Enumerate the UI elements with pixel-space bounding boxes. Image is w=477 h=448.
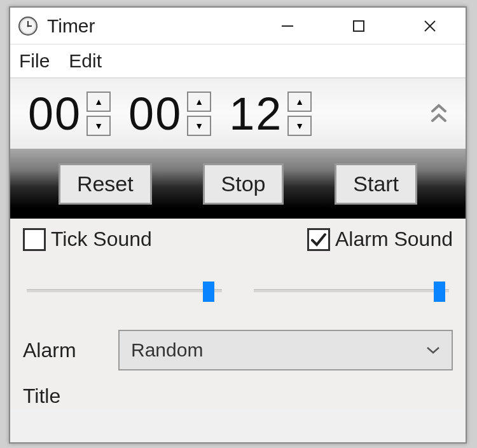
seconds-down-button[interactable]: ▼	[287, 116, 312, 136]
alarm-dropdown[interactable]: Random	[118, 330, 453, 370]
menu-file[interactable]: File	[19, 50, 50, 72]
hours-up-button[interactable]: ▲	[86, 92, 111, 112]
clock-icon	[18, 16, 38, 36]
seconds-up-button[interactable]: ▲	[287, 92, 312, 112]
timer-window: Timer File Edit 00 ▲ ▼ 00 ▲ ▼	[9, 6, 467, 444]
alarm-sound-label: Alarm Sound	[335, 227, 453, 251]
options-panel: Tick Sound Alarm Sound Alarm Random	[10, 219, 466, 408]
tick-volume-slider[interactable]	[27, 282, 222, 301]
hours-down-button[interactable]: ▼	[86, 116, 111, 136]
slider-track	[27, 289, 222, 292]
slider-track	[254, 289, 449, 292]
app-title: Timer	[47, 15, 95, 37]
slider-thumb[interactable]	[434, 282, 445, 302]
hours-spinner: 00 ▲ ▼	[28, 88, 111, 140]
menubar: File Edit	[10, 44, 466, 78]
title-label: Title	[23, 384, 118, 408]
maximize-button[interactable]	[323, 8, 394, 44]
minutes-spinner: 00 ▲ ▼	[128, 88, 211, 140]
tick-sound-label: Tick Sound	[51, 227, 152, 251]
alarm-sound-checkbox[interactable]	[307, 228, 330, 251]
minimize-button[interactable]	[252, 8, 323, 44]
alarm-selected: Random	[131, 339, 203, 361]
titlebar: Timer	[10, 8, 466, 44]
hours-value: 00	[28, 88, 81, 140]
collapse-button[interactable]	[426, 95, 452, 133]
close-button[interactable]	[394, 8, 466, 44]
alarm-field-row: Alarm Random	[23, 330, 453, 370]
sound-check-row: Tick Sound Alarm Sound	[23, 227, 453, 251]
title-field-row: Title	[23, 384, 453, 408]
minutes-up-button[interactable]: ▲	[187, 92, 211, 112]
start-button[interactable]: Start	[335, 163, 417, 205]
svg-point-4	[27, 25, 29, 27]
tick-sound-checkbox[interactable]	[23, 228, 46, 251]
chevron-down-icon	[426, 342, 440, 358]
alarm-label: Alarm	[23, 339, 118, 362]
action-row: Reset Stop Start	[10, 149, 466, 219]
minutes-down-button[interactable]: ▼	[187, 116, 211, 136]
alarm-volume-slider[interactable]	[254, 282, 449, 301]
seconds-spinner: 12 ▲ ▼	[229, 88, 312, 140]
time-row: 00 ▲ ▼ 00 ▲ ▼ 12 ▲ ▼	[10, 78, 466, 149]
minutes-value: 00	[128, 88, 182, 140]
reset-button[interactable]: Reset	[59, 163, 152, 205]
seconds-value: 12	[229, 88, 282, 140]
stop-button[interactable]: Stop	[203, 163, 284, 205]
svg-rect-6	[354, 21, 364, 31]
slider-thumb[interactable]	[203, 282, 214, 302]
menu-edit[interactable]: Edit	[69, 50, 102, 72]
